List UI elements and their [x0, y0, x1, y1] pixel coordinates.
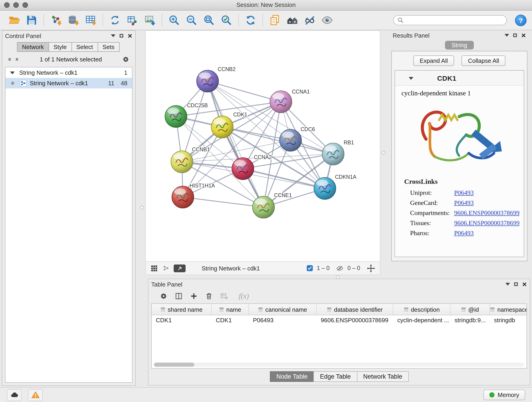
cloud-status-button[interactable]: [7, 389, 22, 401]
table-options-gear-icon[interactable]: [159, 292, 168, 300]
pan-move-icon[interactable]: [367, 264, 375, 273]
zoom-fit-button[interactable]: [201, 12, 217, 28]
expand-all-button[interactable]: Expand All: [413, 56, 454, 66]
hide-graphics-details-button[interactable]: [302, 12, 317, 28]
tab-sets[interactable]: Sets: [97, 42, 119, 52]
import-network-from-database-button[interactable]: [65, 12, 81, 28]
open-session-button[interactable]: [6, 12, 22, 28]
network-node-CDK1[interactable]: CDK1: [211, 112, 247, 138]
table-cell[interactable]: stringdb: [490, 315, 527, 325]
table-cell[interactable]: P06493: [249, 315, 317, 325]
network-node-RB1[interactable]: RB1: [322, 140, 354, 165]
tab-network-table[interactable]: Network Table: [357, 371, 409, 382]
show-graphics-details-button[interactable]: [319, 12, 335, 28]
refresh-view-button[interactable]: [243, 12, 259, 28]
crosslink-link[interactable]: P06493: [454, 230, 474, 237]
tab-string[interactable]: String: [445, 41, 474, 50]
network-row-selected[interactable]: String Network – cdk1 11 48: [6, 78, 132, 89]
create-network-from-table-button[interactable]: [125, 12, 140, 28]
network-node-CDKN1A[interactable]: CDKN1A: [314, 174, 356, 199]
tab-network[interactable]: Network: [17, 42, 49, 52]
network-node-CDC25B[interactable]: CDC25B: [165, 102, 208, 128]
column-header[interactable]: name: [212, 304, 249, 315]
column-header[interactable]: canonical name: [249, 304, 317, 315]
zoom-in-button[interactable]: [166, 12, 182, 28]
network-edge[interactable]: [208, 81, 264, 207]
function-builder-button[interactable]: f(x): [239, 292, 249, 300]
network-canvas[interactable]: CCNB2CCNA1CDC25BCDK1CDC6RB1CCNB1CCNA2CDK…: [146, 31, 380, 261]
help-button[interactable]: ?: [515, 14, 526, 26]
network-node-CDC6[interactable]: CDC6: [279, 126, 315, 151]
horizontal-splitter-handle[interactable]: [336, 275, 340, 279]
crosslink-link[interactable]: 9606.ENSP00000378699: [454, 210, 519, 217]
grid-view-icon[interactable]: [150, 264, 158, 272]
left-splitter-handle[interactable]: [140, 206, 144, 210]
right-splitter-handle[interactable]: [382, 151, 385, 154]
import-table-from-file-button[interactable]: [83, 12, 99, 28]
expand-all-icon[interactable]: »: [13, 56, 20, 63]
panel-float-icon[interactable]: [513, 33, 517, 37]
share-network-icon[interactable]: [162, 264, 170, 272]
scrollbar-thumb[interactable]: [154, 363, 194, 367]
network-node-CCNA1[interactable]: CCNA1: [270, 89, 310, 113]
tab-style[interactable]: Style: [48, 42, 72, 52]
collection-disclosure-icon[interactable]: [10, 71, 15, 74]
search-box[interactable]: [393, 15, 507, 25]
home-networks-button[interactable]: [285, 12, 300, 28]
crosslink-link[interactable]: P06493: [454, 189, 474, 197]
network-node-CCNB2[interactable]: CCNB2: [196, 66, 235, 92]
hidden-eye-slash-icon[interactable]: [336, 264, 344, 272]
column-header[interactable]: @id: [450, 304, 490, 315]
export-image-button[interactable]: [142, 12, 158, 28]
table-cell[interactable]: CDK1: [152, 315, 212, 325]
crosslink-link[interactable]: P06493: [454, 199, 474, 207]
delete-column-icon[interactable]: [205, 292, 213, 300]
tab-node-table[interactable]: Node Table: [270, 371, 314, 382]
panel-menu-icon[interactable]: [505, 283, 510, 286]
birdseye-view-button[interactable]: [174, 264, 186, 272]
panel-close-icon[interactable]: ✕: [522, 281, 527, 287]
table-cell[interactable]: 9606.ENSP00000378699: [317, 315, 393, 325]
horizontal-scrollbar[interactable]: [154, 363, 524, 367]
zoom-out-button[interactable]: [184, 12, 199, 28]
panel-close-icon[interactable]: ✕: [521, 32, 526, 38]
panel-menu-icon[interactable]: [111, 34, 115, 37]
collapse-all-icon[interactable]: »: [7, 56, 13, 63]
panel-close-icon[interactable]: ✕: [127, 33, 133, 39]
network-node-HIST1H1A[interactable]: HIST1H1A: [172, 183, 215, 208]
panel-float-icon[interactable]: [120, 34, 123, 38]
zoom-selected-button[interactable]: [219, 12, 234, 28]
refresh-icon: [245, 14, 257, 26]
column-header[interactable]: shared name: [152, 304, 212, 315]
table-cell[interactable]: stringdb:9...: [450, 315, 490, 325]
network-collection-row[interactable]: String Network – cdk1 1: [6, 67, 132, 78]
duplicate-document-button[interactable]: [267, 12, 283, 28]
show-columns-icon[interactable]: [175, 292, 183, 300]
table-cell[interactable]: cyclin-dependent ...: [393, 315, 450, 325]
column-header[interactable]: namespace: [490, 304, 527, 315]
column-header[interactable]: database identifier: [317, 304, 393, 315]
panel-float-icon[interactable]: [514, 282, 518, 286]
table-cell[interactable]: CDK1: [212, 315, 249, 325]
search-input[interactable]: [406, 17, 503, 24]
collapse-all-button[interactable]: Collapse All: [462, 56, 506, 66]
warnings-button[interactable]: [28, 389, 43, 401]
memory-button[interactable]: Memory: [483, 390, 525, 400]
column-type-icon: [160, 307, 165, 312]
column-header[interactable]: description: [393, 304, 450, 315]
table-row[interactable]: CDK1 CDK1 P06493 9606.ENSP00000378699 cy…: [152, 315, 526, 325]
gene-disclosure-icon[interactable]: [409, 77, 413, 80]
save-session-button[interactable]: [24, 12, 39, 28]
gene-section-header[interactable]: CDK1: [395, 70, 524, 86]
crosslink-link[interactable]: 9606.ENSP00000378699: [454, 220, 519, 227]
add-column-icon[interactable]: [190, 292, 198, 300]
import-network-from-file-button[interactable]: [48, 12, 64, 28]
delete-table-icon[interactable]: [220, 292, 228, 300]
network-edge[interactable]: [183, 197, 264, 207]
selected-checkbox-icon[interactable]: [307, 265, 313, 271]
tab-edge-table[interactable]: Edge Table: [313, 371, 357, 382]
clone-network-button[interactable]: [107, 12, 123, 28]
tab-select[interactable]: Select: [71, 42, 98, 52]
network-options-gear-icon[interactable]: [122, 56, 130, 63]
panel-menu-icon[interactable]: [505, 34, 509, 37]
